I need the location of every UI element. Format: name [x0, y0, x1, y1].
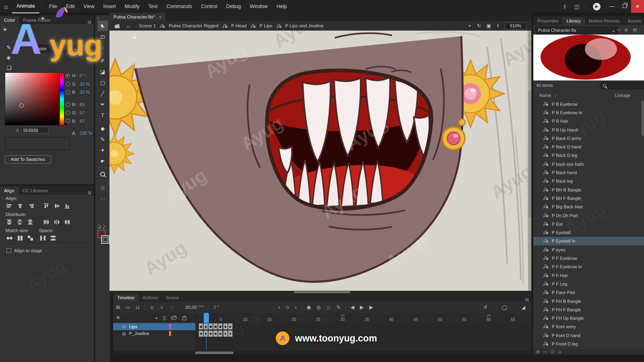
close-button[interactable]: ✕: [631, 0, 644, 13]
scrollbar-thumb[interactable]: [528, 90, 531, 218]
new-folder-icon[interactable]: ▭: [123, 304, 133, 310]
lock-all-layers-icon[interactable]: [182, 317, 186, 320]
highlight-column-icon[interactable]: ●: [155, 316, 157, 320]
fill-color-chip[interactable]: [101, 235, 109, 244]
align-top-button[interactable]: [42, 203, 52, 209]
hex-input[interactable]: [21, 127, 49, 134]
fps-value[interactable]: 30.00: [185, 305, 197, 310]
horizontal-scrollbar[interactable]: [109, 291, 531, 294]
layer-frames-lips[interactable]: [196, 323, 531, 330]
menu-modify[interactable]: Modify: [120, 0, 144, 13]
library-item-p-back-d-army[interactable]: P Back D army: [533, 134, 644, 142]
match-width-button[interactable]: [5, 235, 14, 241]
radio-button[interactable]: [66, 74, 70, 78]
speed-graph-icon[interactable]: ◢: [519, 304, 528, 310]
current-frame-value[interactable]: 2: [213, 305, 216, 310]
stroke-color-icon[interactable]: ✎: [6, 44, 17, 51]
distribute-horizontal-center-button[interactable]: [52, 219, 62, 225]
value-text[interactable]: 57: [80, 119, 85, 123]
properties-icon[interactable]: ⓘ: [551, 349, 555, 355]
library-item-p-ear[interactable]: P Ear: [533, 220, 644, 228]
menu-view[interactable]: View: [79, 0, 99, 13]
value-text[interactable]: 57: [80, 110, 85, 115]
asset-warp-tool[interactable]: ✦: [97, 145, 108, 155]
align-vertical-center-button[interactable]: [52, 203, 62, 209]
onion-skin-icon[interactable]: ◉: [304, 304, 314, 310]
breadcrumb-scene-1[interactable]: Scene 1: [139, 23, 156, 28]
selection-tool[interactable]: ↖: [97, 21, 108, 31]
new-symbol-icon[interactable]: ⊞: [536, 350, 539, 354]
menu-control[interactable]: Control: [196, 0, 221, 13]
keyframe-cell[interactable]: [208, 323, 213, 329]
clapperboard-icon[interactable]: [114, 23, 120, 29]
distribute-top-button[interactable]: [5, 219, 14, 225]
space-vertical-button[interactable]: [38, 235, 48, 241]
library-item-p-eyeball-in[interactable]: P Eyeball In: [533, 237, 644, 245]
library-item-p-eyes[interactable]: P eyes: [533, 245, 644, 254]
scrollbar-thumb[interactable]: [195, 352, 233, 354]
breadcrumb-p-lips-and-jowline[interactable]: P Lips and Jowline: [285, 23, 324, 28]
library-item-p-back-leg[interactable]: P Back leg: [533, 177, 644, 185]
insert-keyframe-icon[interactable]: ◇: [283, 304, 292, 310]
library-item-p-b-eyebrow[interactable]: P B Eyebrow: [533, 100, 644, 108]
library-item-p-f-eyebrow[interactable]: P F Eyebrow: [533, 254, 644, 262]
onion-outlines-icon[interactable]: ◎: [314, 304, 323, 310]
restore-button[interactable]: [618, 0, 631, 13]
tools-panel-header[interactable]: «: [95, 15, 110, 20]
eyedropper-tool[interactable]: ✎: [97, 134, 108, 144]
frame-grid[interactable]: [196, 323, 531, 351]
pin-library-icon[interactable]: ⊸: [617, 27, 620, 33]
value-text[interactable]: 33 %: [80, 90, 90, 95]
vertical-scrollbar[interactable]: [528, 31, 531, 291]
library-item-p-f-eyebrow-in[interactable]: P F Eyebrow In: [533, 263, 644, 271]
camera-tool[interactable]: ▣: [97, 182, 108, 193]
menu-insert[interactable]: Insert: [99, 0, 120, 13]
eraser-tool[interactable]: ◪: [97, 66, 108, 77]
stage-canvas[interactable]: Ayug Ayug Ayug Ayug Ayug Ayug Ayug Ayug …: [109, 31, 531, 291]
library-item-p-b-eyebrow-in[interactable]: P B Eyebrow In: [533, 108, 644, 117]
keyframe-cell[interactable]: [218, 331, 223, 337]
paint-bucket-tool[interactable]: ◆: [97, 123, 108, 134]
new-library-panel-icon[interactable]: ⊞: [624, 27, 628, 33]
close-icon[interactable]: ×: [159, 14, 161, 19]
breadcrumb-p-head[interactable]: P Head: [231, 23, 247, 28]
zoom-tool[interactable]: [97, 169, 108, 179]
zoom-level-select[interactable]: 510%: [505, 23, 526, 29]
library-item-p-eyeball[interactable]: P Eyeball: [533, 228, 644, 237]
add-to-swatches-button[interactable]: Add To Swatches: [5, 155, 51, 164]
line-tool[interactable]: ╱: [97, 88, 108, 99]
library-item-p-bh-b-bangle[interactable]: P BH B Bangle: [533, 185, 644, 194]
menu-commands[interactable]: Commands: [162, 0, 196, 13]
workspace-icon[interactable]: ◫: [571, 4, 583, 10]
radio-button[interactable]: [66, 111, 70, 115]
align-to-stage-checkbox[interactable]: [6, 248, 11, 253]
library-item-p-big-back-hair[interactable]: P Big Back Hair: [533, 203, 644, 211]
radio-button[interactable]: [66, 90, 70, 95]
step-forward-icon[interactable]: ▶: [367, 304, 376, 310]
library-item-p-back-hand[interactable]: P Back hand: [533, 168, 644, 177]
next-keyframe-icon[interactable]: ›: [292, 304, 299, 310]
menu-text[interactable]: Text: [144, 0, 162, 13]
test-movie-button[interactable]: ▶: [593, 3, 601, 10]
home-icon[interactable]: ⌂: [0, 3, 12, 10]
stopwatch-icon[interactable]: ◯: [499, 304, 510, 310]
tab-motion-presets[interactable]: Motion Presets: [585, 17, 624, 25]
menu-window[interactable]: Window: [246, 0, 272, 13]
zoom-stepper[interactable]: ▲▼: [497, 24, 499, 28]
value-text[interactable]: 85: [80, 102, 85, 107]
fill-color-icon[interactable]: ◈: [6, 54, 17, 61]
align-horizontal-center-button[interactable]: [15, 203, 25, 209]
tab-actions[interactable]: Actions: [138, 294, 162, 302]
value-text[interactable]: 0 °: [80, 73, 85, 78]
library-item-p-back-eye-balls[interactable]: P back eye balls: [533, 160, 644, 168]
tab-cc-libraries[interactable]: CC Libraries: [19, 187, 52, 195]
library-item-p-fh-f-bangle[interactable]: P FH F Bangle: [533, 305, 644, 314]
hue-slider-marker[interactable]: [56, 122, 58, 125]
parenting-view-icon[interactable]: ♟: [157, 304, 167, 310]
pen-tool[interactable]: ✒: [97, 99, 108, 109]
library-document-dropdown[interactable]: Putna Character.fla⌄: [535, 27, 618, 34]
library-item-p-dn-dh-part[interactable]: P Dn Dh Part: [533, 211, 644, 220]
library-item-p-back-d-leg[interactable]: P Back D leg: [533, 151, 644, 160]
free-transform-tool[interactable]: ⊡: [97, 31, 108, 42]
back-arrow-icon[interactable]: ←: [126, 23, 132, 29]
